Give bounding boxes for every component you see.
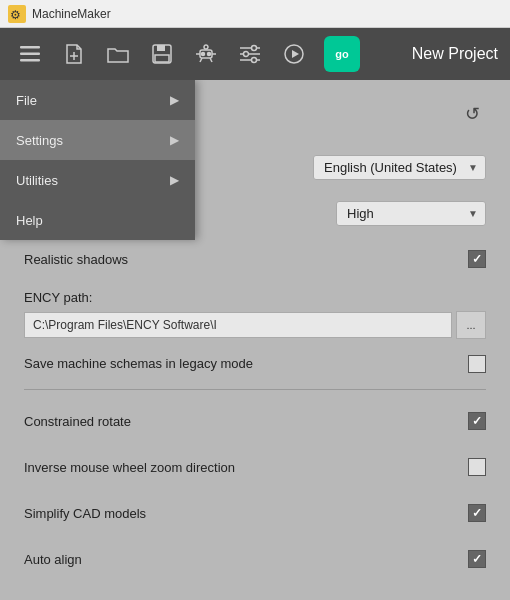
app-name: MachineMaker: [32, 7, 111, 21]
go-button[interactable]: go: [324, 36, 360, 72]
menu-button[interactable]: [12, 36, 48, 72]
svg-rect-9: [155, 55, 169, 62]
language-select[interactable]: English (United States) German French Sp…: [313, 155, 486, 180]
legacy-mode-label: Save machine schemas in legacy mode: [24, 355, 456, 373]
new-file-button[interactable]: [56, 36, 92, 72]
menu-item-help[interactable]: Help: [0, 200, 195, 240]
auto-align-checkbox[interactable]: [468, 550, 486, 568]
realistic-shadows-label: Realistic shadows: [24, 252, 128, 267]
inverse-mouse-wheel-checkbox[interactable]: [468, 458, 486, 476]
constrained-rotate-row: Constrained rotate: [24, 406, 486, 436]
main-container: File ▶ Settings ▶ Utilities ▶ Help Setti…: [0, 80, 510, 600]
svg-line-15: [210, 58, 212, 62]
inverse-mouse-wheel-row: Inverse mouse wheel zoom direction: [24, 452, 486, 482]
svg-point-10: [204, 45, 208, 49]
open-file-button[interactable]: [100, 36, 136, 72]
svg-text:⚙: ⚙: [10, 8, 21, 22]
menu-item-utilities-label: Utilities: [16, 173, 58, 188]
ency-path-label: ENCY path:: [24, 290, 486, 305]
ency-path-input[interactable]: [24, 312, 452, 338]
menu-item-file[interactable]: File ▶: [0, 80, 195, 120]
constrained-rotate-checkbox[interactable]: [468, 412, 486, 430]
settings-toolbar-button[interactable]: [232, 36, 268, 72]
ency-browse-button[interactable]: ...: [456, 311, 486, 339]
menu-item-utilities-arrow: ▶: [170, 173, 179, 187]
menu-item-file-label: File: [16, 93, 37, 108]
visualization-quality-select[interactable]: Low Medium High Ultra: [336, 201, 486, 226]
legacy-mode-row: Save machine schemas in legacy mode: [24, 355, 486, 373]
simplify-cad-checkbox[interactable]: [468, 504, 486, 522]
svg-point-17: [208, 53, 211, 56]
menu-item-settings-arrow: ▶: [170, 133, 179, 147]
language-select-wrapper: English (United States) German French Sp…: [313, 155, 486, 180]
simplify-cad-label: Simplify CAD models: [24, 506, 146, 521]
menu-item-settings[interactable]: Settings ▶: [0, 120, 195, 160]
realistic-shadows-checkbox[interactable]: [468, 250, 486, 268]
ency-path-section: ENCY path: ...: [24, 290, 486, 339]
simplify-cad-row: Simplify CAD models: [24, 498, 486, 528]
ency-path-input-row: ...: [24, 311, 486, 339]
svg-rect-4: [20, 59, 40, 62]
auto-align-label: Auto align: [24, 552, 82, 567]
svg-marker-25: [292, 50, 299, 58]
sidebar-menu: File ▶ Settings ▶ Utilities ▶ Help: [0, 80, 195, 240]
app-logo: ⚙: [8, 5, 26, 23]
save-button[interactable]: [144, 36, 180, 72]
title-bar: ⚙ MachineMaker: [0, 0, 510, 28]
realistic-shadows-row: Realistic shadows: [24, 244, 486, 274]
svg-rect-8: [157, 45, 165, 51]
svg-point-22: [244, 52, 249, 57]
auto-align-row: Auto align: [24, 544, 486, 574]
toolbar: go New Project: [0, 28, 510, 80]
svg-line-14: [200, 58, 202, 62]
menu-item-settings-label: Settings: [16, 133, 63, 148]
inverse-mouse-wheel-label: Inverse mouse wheel zoom direction: [24, 460, 235, 475]
legacy-mode-checkbox[interactable]: [468, 355, 486, 373]
svg-point-16: [202, 53, 205, 56]
constrained-rotate-label: Constrained rotate: [24, 414, 131, 429]
project-title: New Project: [412, 45, 498, 63]
divider: [24, 389, 486, 390]
play-button[interactable]: [276, 36, 312, 72]
svg-point-23: [252, 58, 257, 63]
robot-button[interactable]: [188, 36, 224, 72]
menu-item-file-arrow: ▶: [170, 93, 179, 107]
svg-point-21: [252, 46, 257, 51]
reset-button[interactable]: ↺: [458, 100, 486, 128]
visualization-quality-select-wrapper: Low Medium High Ultra: [336, 201, 486, 226]
svg-rect-2: [20, 46, 40, 49]
menu-item-utilities[interactable]: Utilities ▶: [0, 160, 195, 200]
menu-item-help-label: Help: [16, 213, 43, 228]
svg-rect-3: [20, 53, 40, 56]
